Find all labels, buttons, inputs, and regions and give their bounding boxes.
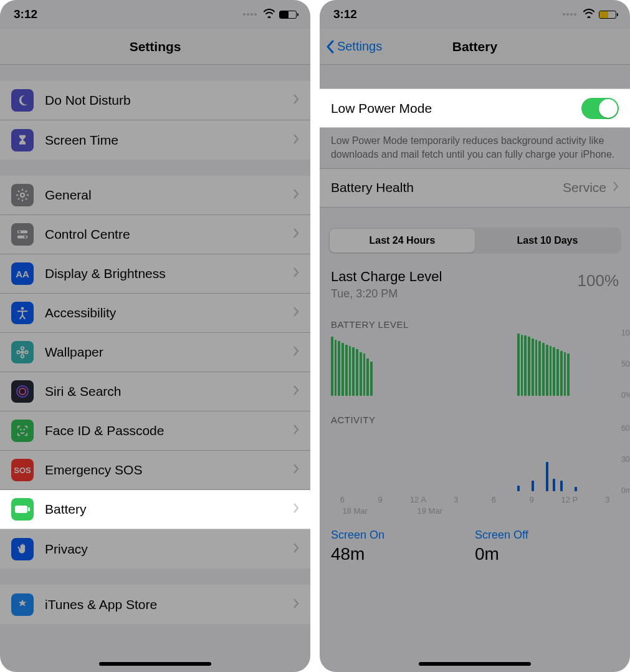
low-power-mode-toggle[interactable] bbox=[581, 98, 619, 119]
battery-health-row[interactable]: Battery Health Service bbox=[320, 168, 630, 208]
settings-group-2: GeneralControl CentreAADisplay & Brightn… bbox=[0, 176, 310, 569]
switches-icon bbox=[11, 223, 34, 246]
screen-off-label: Screen Off bbox=[475, 529, 619, 542]
status-bar: 3:12 bbox=[0, 0, 310, 29]
chevron-right-icon bbox=[293, 385, 299, 398]
row-label: Emergency SOS bbox=[45, 463, 293, 478]
siri-icon bbox=[11, 380, 34, 403]
row-label: Accessibility bbox=[45, 305, 293, 320]
settings-row-screen-time[interactable]: Screen Time bbox=[0, 120, 310, 160]
last-charge-block: Last Charge Level Tue, 3:20 PM 100% bbox=[320, 265, 630, 300]
cellular-dots-icon bbox=[563, 13, 576, 16]
settings-row-face-id-passcode[interactable]: Face ID & Passcode bbox=[0, 411, 310, 451]
svg-point-11 bbox=[17, 386, 28, 397]
activity-chart: 60m30m0m bbox=[331, 429, 619, 491]
screen-off-value: 0m bbox=[475, 544, 619, 564]
svg-rect-15 bbox=[15, 506, 27, 513]
segment-last-10-days[interactable]: Last 10 Days bbox=[475, 229, 620, 252]
row-label: Battery bbox=[45, 502, 293, 517]
chevron-right-icon bbox=[293, 267, 299, 281]
row-label: Wallpaper bbox=[45, 345, 293, 360]
screen-time-split: Screen On 48m Screen Off 0m bbox=[320, 517, 630, 564]
settings-group-3: iTunes & App Store bbox=[0, 585, 310, 624]
battery-health-value: Service bbox=[563, 180, 606, 195]
settings-row-do-not-disturb[interactable]: Do Not Disturb bbox=[0, 81, 310, 120]
settings-row-display-brightness[interactable]: AADisplay & Brightness bbox=[0, 254, 310, 294]
settings-row-general[interactable]: General bbox=[0, 176, 310, 215]
svg-point-0 bbox=[21, 193, 24, 197]
nav-header: Settings Battery bbox=[320, 29, 630, 65]
settings-row-wallpaper[interactable]: Wallpaper bbox=[0, 333, 310, 372]
settings-row-privacy[interactable]: Privacy bbox=[0, 529, 310, 569]
svg-point-13 bbox=[21, 430, 21, 430]
chevron-right-icon bbox=[293, 133, 299, 147]
settings-row-itunes-app-store[interactable]: iTunes & App Store bbox=[0, 585, 310, 624]
screen-on-label: Screen On bbox=[331, 529, 475, 542]
segment-last-24-hours[interactable]: Last 24 Hours bbox=[330, 229, 475, 252]
chevron-right-icon bbox=[293, 188, 299, 202]
home-indicator[interactable] bbox=[419, 662, 531, 666]
battery-status-low-power-icon bbox=[599, 11, 616, 19]
hand-icon bbox=[11, 538, 34, 560]
settings-group-1: Do Not DisturbScreen Time bbox=[0, 81, 310, 160]
status-time: 3:12 bbox=[333, 7, 357, 21]
svg-point-6 bbox=[21, 350, 24, 354]
back-label: Settings bbox=[337, 39, 382, 54]
battery-status-icon bbox=[279, 11, 297, 19]
settings-row-emergency-sos[interactable]: SOSEmergency SOS bbox=[0, 451, 310, 490]
low-power-mode-row[interactable]: Low Power Mode bbox=[320, 89, 630, 128]
row-label: Do Not Disturb bbox=[45, 93, 293, 108]
svg-point-10 bbox=[25, 351, 28, 354]
aa-icon: AA bbox=[11, 262, 34, 285]
wifi-icon bbox=[263, 7, 275, 21]
svg-point-9 bbox=[17, 351, 20, 354]
appstore-icon bbox=[11, 593, 34, 616]
battery-level-section-label: BATTERY LEVEL bbox=[320, 300, 630, 334]
row-label: Privacy bbox=[45, 542, 293, 557]
home-indicator[interactable] bbox=[99, 662, 211, 666]
row-label: Siri & Search bbox=[45, 384, 293, 399]
row-label: Display & Brightness bbox=[45, 266, 293, 281]
last-charge-sub: Tue, 3:20 PM bbox=[331, 287, 442, 300]
chevron-right-icon bbox=[293, 306, 299, 320]
battery-level-chart: 100%50%0% bbox=[331, 334, 619, 396]
settings-row-control-centre[interactable]: Control Centre bbox=[0, 215, 310, 254]
wifi-icon bbox=[583, 7, 595, 21]
low-power-mode-label: Low Power Mode bbox=[331, 101, 581, 116]
moon-icon bbox=[11, 89, 34, 112]
chevron-right-icon bbox=[293, 94, 299, 107]
chevron-right-icon bbox=[293, 463, 299, 477]
row-label: Screen Time bbox=[45, 133, 293, 148]
page-title: Battery bbox=[452, 39, 497, 54]
x-axis-ticks: 6912 A36912 P318 Mar19 Mar bbox=[331, 495, 619, 517]
battery-screen: 3:12 Settings Battery Low Power Mode Low… bbox=[320, 0, 630, 672]
last-charge-label: Last Charge Level bbox=[331, 269, 442, 285]
screen-on-value: 48m bbox=[331, 544, 475, 564]
hourglass-icon bbox=[11, 129, 34, 151]
back-button[interactable]: Settings bbox=[326, 39, 382, 54]
settings-row-accessibility[interactable]: Accessibility bbox=[0, 294, 310, 333]
body-icon bbox=[11, 302, 34, 324]
gear-icon bbox=[11, 184, 34, 206]
activity-section-label: ACTIVITY bbox=[320, 396, 630, 429]
last-charge-percent: 100% bbox=[578, 271, 619, 290]
svg-point-8 bbox=[21, 355, 24, 358]
chevron-right-icon bbox=[293, 598, 299, 612]
settings-row-siri-search[interactable]: Siri & Search bbox=[0, 372, 310, 411]
battery-icon bbox=[11, 498, 34, 521]
flower-icon bbox=[11, 341, 34, 363]
page-title: Settings bbox=[130, 39, 181, 54]
svg-point-7 bbox=[21, 347, 24, 350]
row-label: Face ID & Passcode bbox=[45, 423, 293, 438]
settings-row-battery[interactable]: Battery bbox=[0, 490, 310, 529]
row-label: iTunes & App Store bbox=[45, 597, 293, 612]
battery-health-label: Battery Health bbox=[331, 180, 563, 195]
settings-screen: 3:12 Settings Do Not DisturbScreen Time … bbox=[0, 0, 310, 672]
chevron-right-icon bbox=[293, 424, 299, 438]
row-label: General bbox=[45, 188, 293, 203]
low-power-mode-description: Low Power Mode temporarily reduces backg… bbox=[320, 128, 630, 168]
svg-point-14 bbox=[24, 430, 24, 430]
svg-rect-16 bbox=[28, 507, 30, 511]
svg-point-4 bbox=[24, 236, 27, 238]
time-range-segmented[interactable]: Last 24 Hours Last 10 Days bbox=[328, 228, 621, 254]
